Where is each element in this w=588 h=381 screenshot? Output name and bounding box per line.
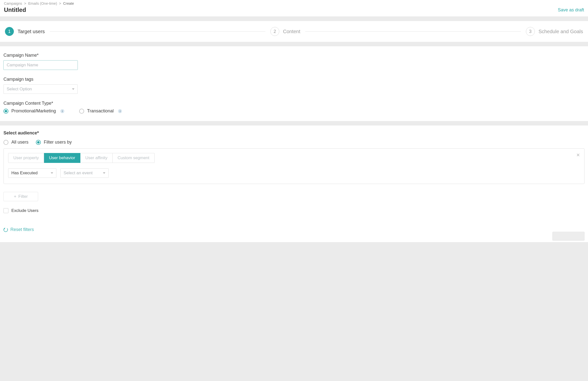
- radio-filter-users-by[interactable]: Filter users by: [36, 140, 72, 145]
- tab-user-property[interactable]: User property: [8, 153, 44, 163]
- tab-user-behavior[interactable]: User behavior: [44, 153, 80, 163]
- step-3-label: Schedule and Goals: [539, 29, 583, 34]
- disabled-action-button: [552, 232, 585, 241]
- page-title: Untitled: [4, 6, 26, 13]
- radio-promotional[interactable]: Promotional/Marketing i: [3, 108, 64, 114]
- reset-filters-link[interactable]: Reset filters: [3, 227, 585, 232]
- add-filter-label: Filter: [18, 194, 28, 199]
- plus-icon: [14, 194, 17, 199]
- radio-promotional-label: Promotional/Marketing: [11, 108, 56, 114]
- save-as-draft-link[interactable]: Save as draft: [558, 7, 584, 13]
- info-icon[interactable]: i: [60, 109, 64, 113]
- step-1-circle: 1: [5, 27, 14, 36]
- breadcrumb-current: Create: [63, 1, 74, 5]
- radio-icon: [36, 140, 41, 145]
- stepper: 1 Target users 2 Content 3 Schedule and …: [0, 21, 588, 42]
- tab-user-affinity[interactable]: User affinity: [80, 153, 113, 163]
- campaign-name-input[interactable]: [3, 60, 78, 70]
- breadcrumb-emails[interactable]: Emails (One-time): [28, 1, 57, 5]
- radio-icon: [3, 109, 8, 114]
- select-event-select[interactable]: Select an event: [60, 168, 109, 178]
- refresh-icon: [3, 228, 8, 232]
- chevron-down-icon: [72, 88, 74, 90]
- campaign-tags-select[interactable]: Select Option: [3, 84, 78, 94]
- select-event-value: Select an event: [64, 171, 93, 176]
- audience-panel: Select audience* All users Filter users …: [0, 126, 588, 242]
- radio-all-users-label: All users: [11, 140, 28, 145]
- chevron-down-icon: [103, 172, 105, 174]
- checkbox-icon: [3, 208, 8, 213]
- close-icon[interactable]: ×: [576, 152, 580, 158]
- header-panel: Campaigns > Emails (One-time) > Create U…: [0, 0, 588, 17]
- step-3-circle: 3: [526, 27, 535, 36]
- radio-icon: [3, 140, 8, 145]
- radio-filter-users-label: Filter users by: [44, 140, 72, 145]
- step-content[interactable]: 2 Content: [270, 27, 300, 36]
- campaign-name-label: Campaign Name*: [3, 53, 585, 58]
- info-icon[interactable]: i: [118, 109, 122, 113]
- step-2-circle: 2: [270, 27, 279, 36]
- campaign-tags-label: Campaign tags: [3, 77, 585, 82]
- has-executed-value: Has Executed: [11, 171, 38, 176]
- exclude-users-label: Exclude Users: [11, 208, 39, 213]
- breadcrumb: Campaigns > Emails (One-time) > Create: [4, 1, 584, 5]
- campaign-form: Campaign Name* Campaign tags Select Opti…: [0, 46, 588, 121]
- step-line-2: [305, 31, 521, 32]
- step-line-1: [50, 31, 265, 32]
- breadcrumb-campaigns[interactable]: Campaigns: [4, 1, 22, 5]
- step-2-label: Content: [283, 29, 300, 34]
- radio-all-users[interactable]: All users: [3, 140, 28, 145]
- tab-custom-segment[interactable]: Custom segment: [113, 153, 155, 163]
- segment-tabs: User property User behavior User affinit…: [8, 153, 580, 163]
- step-1-label: Target users: [18, 29, 45, 34]
- reset-filters-label: Reset filters: [10, 227, 34, 232]
- radio-transactional-label: Transactional: [87, 108, 114, 114]
- exclude-users-checkbox[interactable]: Exclude Users: [3, 208, 585, 213]
- campaign-tags-value: Select Option: [7, 87, 32, 92]
- has-executed-select[interactable]: Has Executed: [8, 168, 56, 178]
- select-audience-title: Select audience*: [3, 130, 585, 136]
- add-filter-button[interactable]: Filter: [3, 192, 38, 201]
- filter-card: × User property User behavior User affin…: [3, 148, 585, 184]
- radio-transactional[interactable]: Transactional i: [79, 108, 122, 114]
- chevron-down-icon: [51, 172, 53, 174]
- step-schedule[interactable]: 3 Schedule and Goals: [526, 27, 583, 36]
- radio-icon: [79, 109, 84, 114]
- content-type-label: Campaign Content Type*: [3, 101, 585, 106]
- step-target-users[interactable]: 1 Target users: [5, 27, 45, 36]
